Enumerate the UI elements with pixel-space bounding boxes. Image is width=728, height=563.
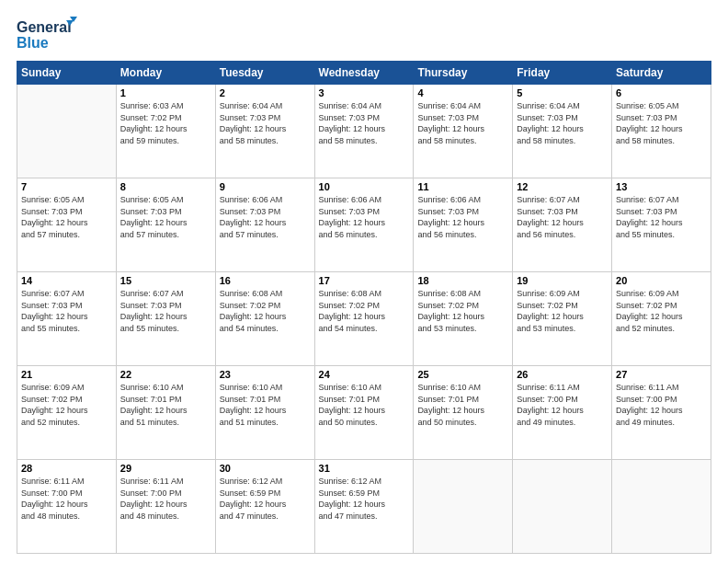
day-number: 30	[220, 463, 311, 474]
cell-info: Sunrise: 6:11 AMSunset: 7:00 PMDaylight:…	[120, 476, 211, 522]
day-cell: 5Sunrise: 6:04 AMSunset: 7:03 PMDaylight…	[513, 85, 612, 178]
day-cell: 21Sunrise: 6:09 AMSunset: 7:02 PMDayligh…	[17, 366, 117, 460]
cell-info: Sunrise: 6:11 AMSunset: 7:00 PMDaylight:…	[616, 382, 707, 428]
day-number: 25	[417, 369, 508, 380]
day-cell	[513, 460, 612, 554]
col-header-thursday: Thursday	[414, 62, 513, 85]
cell-info: Sunrise: 6:10 AMSunset: 7:01 PMDaylight:…	[417, 382, 508, 428]
logo-svg: GeneralBlue	[17, 17, 81, 52]
day-cell: 9Sunrise: 6:06 AMSunset: 7:03 PMDaylight…	[215, 178, 314, 272]
day-cell: 10Sunrise: 6:06 AMSunset: 7:03 PMDayligh…	[314, 178, 414, 272]
cell-info: Sunrise: 6:03 AMSunset: 7:02 PMDaylight:…	[120, 100, 211, 146]
day-number: 28	[21, 463, 112, 474]
week-row-0: 1Sunrise: 6:03 AMSunset: 7:02 PMDaylight…	[17, 85, 711, 178]
cell-info: Sunrise: 6:07 AMSunset: 7:03 PMDaylight:…	[21, 288, 112, 334]
cell-info: Sunrise: 6:07 AMSunset: 7:03 PMDaylight:…	[120, 288, 211, 334]
col-header-monday: Monday	[116, 62, 215, 85]
day-number: 27	[616, 369, 707, 380]
svg-text:General: General	[17, 19, 72, 35]
cell-info: Sunrise: 6:06 AMSunset: 7:03 PMDaylight:…	[319, 194, 410, 240]
cell-info: Sunrise: 6:08 AMSunset: 7:02 PMDaylight:…	[220, 288, 311, 334]
cell-info: Sunrise: 6:10 AMSunset: 7:01 PMDaylight:…	[120, 382, 211, 428]
day-cell: 3Sunrise: 6:04 AMSunset: 7:03 PMDaylight…	[314, 85, 414, 178]
col-header-friday: Friday	[513, 62, 612, 85]
day-number: 18	[417, 275, 508, 286]
day-cell: 24Sunrise: 6:10 AMSunset: 7:01 PMDayligh…	[314, 366, 414, 460]
cell-info: Sunrise: 6:07 AMSunset: 7:03 PMDaylight:…	[517, 194, 608, 240]
day-cell: 29Sunrise: 6:11 AMSunset: 7:00 PMDayligh…	[116, 460, 215, 554]
day-cell: 1Sunrise: 6:03 AMSunset: 7:02 PMDaylight…	[116, 85, 215, 178]
day-number: 1	[120, 87, 211, 98]
day-cell: 27Sunrise: 6:11 AMSunset: 7:00 PMDayligh…	[612, 366, 711, 460]
day-cell: 6Sunrise: 6:05 AMSunset: 7:03 PMDaylight…	[612, 85, 711, 178]
day-cell: 11Sunrise: 6:06 AMSunset: 7:03 PMDayligh…	[414, 178, 513, 272]
cell-info: Sunrise: 6:04 AMSunset: 7:03 PMDaylight:…	[517, 100, 608, 146]
day-number: 6	[616, 87, 707, 98]
logo: GeneralBlue	[17, 17, 81, 52]
day-cell: 25Sunrise: 6:10 AMSunset: 7:01 PMDayligh…	[414, 366, 513, 460]
day-cell: 2Sunrise: 6:04 AMSunset: 7:03 PMDaylight…	[215, 85, 314, 178]
day-cell: 15Sunrise: 6:07 AMSunset: 7:03 PMDayligh…	[116, 272, 215, 366]
day-cell: 17Sunrise: 6:08 AMSunset: 7:02 PMDayligh…	[314, 272, 414, 366]
cell-info: Sunrise: 6:12 AMSunset: 6:59 PMDaylight:…	[319, 476, 410, 522]
day-number: 3	[319, 87, 410, 98]
cell-info: Sunrise: 6:06 AMSunset: 7:03 PMDaylight:…	[417, 194, 508, 240]
week-row-1: 7Sunrise: 6:05 AMSunset: 7:03 PMDaylight…	[17, 178, 711, 272]
cell-info: Sunrise: 6:12 AMSunset: 6:59 PMDaylight:…	[220, 476, 311, 522]
week-row-2: 14Sunrise: 6:07 AMSunset: 7:03 PMDayligh…	[17, 272, 711, 366]
day-cell	[17, 85, 117, 178]
col-header-tuesday: Tuesday	[215, 62, 314, 85]
col-header-wednesday: Wednesday	[314, 62, 414, 85]
day-number: 31	[319, 463, 410, 474]
day-number: 21	[21, 369, 112, 380]
day-cell: 28Sunrise: 6:11 AMSunset: 7:00 PMDayligh…	[17, 460, 117, 554]
day-number: 13	[616, 181, 707, 192]
cell-info: Sunrise: 6:10 AMSunset: 7:01 PMDaylight:…	[319, 382, 410, 428]
day-cell: 7Sunrise: 6:05 AMSunset: 7:03 PMDaylight…	[17, 178, 117, 272]
col-header-sunday: Sunday	[17, 62, 117, 85]
day-cell: 23Sunrise: 6:10 AMSunset: 7:01 PMDayligh…	[215, 366, 314, 460]
day-cell: 19Sunrise: 6:09 AMSunset: 7:02 PMDayligh…	[513, 272, 612, 366]
cell-info: Sunrise: 6:05 AMSunset: 7:03 PMDaylight:…	[616, 100, 707, 146]
svg-text:Blue: Blue	[17, 35, 49, 51]
day-number: 16	[220, 275, 311, 286]
day-cell: 30Sunrise: 6:12 AMSunset: 6:59 PMDayligh…	[215, 460, 314, 554]
day-cell: 16Sunrise: 6:08 AMSunset: 7:02 PMDayligh…	[215, 272, 314, 366]
day-number: 20	[616, 275, 707, 286]
day-number: 29	[120, 463, 211, 474]
day-number: 12	[517, 181, 608, 192]
day-cell: 31Sunrise: 6:12 AMSunset: 6:59 PMDayligh…	[314, 460, 414, 554]
cell-info: Sunrise: 6:04 AMSunset: 7:03 PMDaylight:…	[319, 100, 410, 146]
cell-info: Sunrise: 6:10 AMSunset: 7:01 PMDaylight:…	[220, 382, 311, 428]
day-cell	[414, 460, 513, 554]
day-cell: 12Sunrise: 6:07 AMSunset: 7:03 PMDayligh…	[513, 178, 612, 272]
day-cell: 26Sunrise: 6:11 AMSunset: 7:00 PMDayligh…	[513, 366, 612, 460]
cell-info: Sunrise: 6:09 AMSunset: 7:02 PMDaylight:…	[517, 288, 608, 334]
col-header-saturday: Saturday	[612, 62, 711, 85]
cell-info: Sunrise: 6:09 AMSunset: 7:02 PMDaylight:…	[21, 382, 112, 428]
day-cell: 20Sunrise: 6:09 AMSunset: 7:02 PMDayligh…	[612, 272, 711, 366]
cell-info: Sunrise: 6:08 AMSunset: 7:02 PMDaylight:…	[417, 288, 508, 334]
day-number: 22	[120, 369, 211, 380]
day-number: 5	[517, 87, 608, 98]
cell-info: Sunrise: 6:04 AMSunset: 7:03 PMDaylight:…	[220, 100, 311, 146]
cell-info: Sunrise: 6:05 AMSunset: 7:03 PMDaylight:…	[120, 194, 211, 240]
day-number: 10	[319, 181, 410, 192]
day-cell: 8Sunrise: 6:05 AMSunset: 7:03 PMDaylight…	[116, 178, 215, 272]
page: GeneralBlue SundayMondayTuesdayWednesday…	[0, 0, 728, 563]
cell-info: Sunrise: 6:05 AMSunset: 7:03 PMDaylight:…	[21, 194, 112, 240]
week-row-4: 28Sunrise: 6:11 AMSunset: 7:00 PMDayligh…	[17, 460, 711, 554]
day-number: 24	[319, 369, 410, 380]
cell-info: Sunrise: 6:11 AMSunset: 7:00 PMDaylight:…	[517, 382, 608, 428]
day-number: 8	[120, 181, 211, 192]
day-number: 15	[120, 275, 211, 286]
cell-info: Sunrise: 6:07 AMSunset: 7:03 PMDaylight:…	[616, 194, 707, 240]
day-number: 7	[21, 181, 112, 192]
cell-info: Sunrise: 6:04 AMSunset: 7:03 PMDaylight:…	[417, 100, 508, 146]
cell-info: Sunrise: 6:09 AMSunset: 7:02 PMDaylight:…	[616, 288, 707, 334]
day-cell: 4Sunrise: 6:04 AMSunset: 7:03 PMDaylight…	[414, 85, 513, 178]
day-cell: 13Sunrise: 6:07 AMSunset: 7:03 PMDayligh…	[612, 178, 711, 272]
column-header-row: SundayMondayTuesdayWednesdayThursdayFrid…	[17, 62, 711, 85]
day-number: 17	[319, 275, 410, 286]
header: GeneralBlue	[17, 17, 711, 52]
